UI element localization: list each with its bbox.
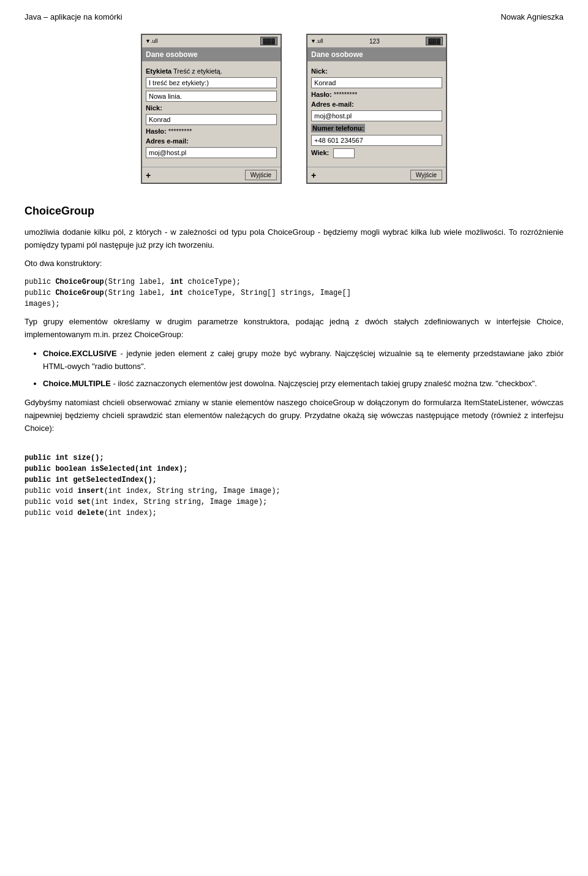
header-left: Java – aplikacje na komórki — [24, 12, 123, 21]
phone1-body: Etykieta Treść z etykietą. I treść bez e… — [142, 64, 281, 164]
phone1-input-email: moj@host.pl — [146, 147, 277, 158]
phone1-row-email-input: moj@host.pl — [146, 147, 277, 158]
para1: umożliwia dodanie kilku pól, z których -… — [24, 226, 564, 252]
phone2-row-age: Wiek: — [311, 148, 442, 158]
phone2-row-email-label: Adres e-mail: — [311, 101, 442, 108]
section-title: ChoiceGroup — [24, 202, 564, 220]
bullet-exclusive-text: - jedynie jeden element z całej grupy mo… — [43, 349, 564, 371]
phone2-row-phone-input: +48 601 234567 — [311, 135, 442, 146]
phone2-row-email-input: moj@host.pl — [311, 110, 442, 121]
phone2-status-bar: ▼.ull 123 ▓▓▓ — [307, 35, 446, 48]
code2-line3: public int getSelectedIndex(); — [24, 476, 157, 484]
bullet-exclusive: Choice.EXCLUSIVE - jedynie jeden element… — [43, 348, 564, 373]
phone1-input-notag: I treść bez etykiety:) — [146, 77, 277, 88]
phone-mockup-1: ▼.ull ▓▓▓ Dane osobowe Etykieta Treść z … — [141, 34, 282, 184]
phone1-label-email: Adres e-mail: — [146, 137, 189, 145]
code2-line6: public void delete(int index); — [24, 509, 157, 517]
bullet-multiple: Choice.MULTIPLE - ilość zaznaczonych ele… — [43, 378, 564, 390]
page-header: Java – aplikacje na komórki Nowak Agnies… — [24, 12, 564, 21]
phone2-plus: + — [311, 170, 316, 180]
phone1-input-nick: Konrad — [146, 114, 277, 125]
phone2-exit-button[interactable]: Wyjście — [410, 170, 442, 180]
code-block-2: public int size(); public boolean isSele… — [24, 441, 564, 530]
bullet-multiple-text: - ilość zaznaczonych elementów jest dowo… — [113, 379, 537, 388]
phone2-row-phone-label: Numer telefonu: — [311, 124, 442, 132]
phone1-row-haslo: Hasło: ********* — [146, 128, 277, 135]
phone1-row-newline: Nowa linia. — [146, 91, 277, 102]
header-right: Nowak Agnieszka — [500, 12, 564, 21]
phone1-row-nick-input: Konrad — [146, 114, 277, 125]
phone1-plus: + — [146, 170, 151, 180]
phone1-row-etykieta: Etykieta Treść z etykietą. — [146, 67, 277, 75]
phone1-battery: ▓▓▓ — [260, 37, 277, 45]
phone2-input-phone: +48 601 234567 — [311, 135, 442, 146]
code2-line1: public int size(); — [24, 454, 104, 462]
phone1-row-nick-label: Nick: — [146, 104, 277, 112]
code2-line5: public void set(int index, String string… — [24, 498, 267, 506]
phone2-label-nick: Nick: — [311, 67, 328, 75]
phone1-label-nick: Nick: — [146, 104, 162, 112]
phone2-body: Nick: Konrad Hasło: ********* Adres e-ma… — [307, 64, 446, 164]
para4: Gdybyśmy natomiast chcieli obserwować zm… — [24, 397, 564, 435]
phone2-signal: ▼.ull — [311, 38, 323, 44]
phone2-title: Dane osobowe — [307, 48, 446, 61]
code2-line4: public void insert(int index, String str… — [24, 487, 281, 495]
phone2-row-haslo: Hasło: ********* — [311, 91, 442, 98]
phone2-input-email: moj@host.pl — [311, 110, 442, 121]
content-section: ChoiceGroup umożliwia dodanie kilku pól,… — [24, 202, 564, 530]
para3: Typ grupy elementów określamy w drugim p… — [24, 316, 564, 341]
phone2-row-nick-label: Nick: — [311, 67, 442, 75]
phone1-label-haslo: Hasło: — [146, 128, 167, 135]
phone1-status-bar: ▼.ull ▓▓▓ — [142, 35, 281, 48]
phone-mockup-2: ▼.ull 123 ▓▓▓ Dane osobowe Nick: Konrad … — [306, 34, 447, 184]
phone1-exit-button[interactable]: Wyjście — [245, 170, 277, 180]
code-block-1: public ChoiceGroup(String label, int cho… — [24, 276, 564, 310]
phone2-text-haslo: ********* — [334, 91, 358, 98]
phone1-row-email-label: Adres e-mail: — [146, 137, 277, 145]
phone1-text-haslo: ********* — [168, 128, 192, 135]
phone2-bottom-bar: + Wyjście — [307, 167, 446, 183]
code1-line1: public ChoiceGroup(String label, int cho… — [24, 278, 351, 308]
phones-section: ▼.ull ▓▓▓ Dane osobowe Etykieta Treść z … — [24, 34, 564, 184]
phone2-label-age: Wiek: — [311, 149, 329, 156]
phone2-battery: ▓▓▓ — [426, 37, 443, 45]
phone2-label-email: Adres e-mail: — [311, 101, 354, 108]
phone2-row-nick-input: Konrad — [311, 77, 442, 88]
phone1-bottom-bar: + Wyjście — [142, 167, 281, 183]
phone2-number: 123 — [369, 38, 380, 45]
phone2-label-haslo: Hasło: — [311, 91, 332, 98]
para2: Oto dwa konstruktory: — [24, 257, 564, 270]
phone1-input-newline: Nowa linia. — [146, 91, 277, 102]
phone2-input-nick: Konrad — [311, 77, 442, 88]
code2-line2: public boolean isSelected(int index); — [24, 465, 187, 473]
bullet-exclusive-title: Choice.EXCLUSIVE — [43, 349, 117, 358]
bullet-list: Choice.EXCLUSIVE - jedynie jeden element… — [43, 348, 564, 390]
bullet-multiple-title: Choice.MULTIPLE — [43, 379, 111, 388]
phone1-text-etykieta: Treść z etykietą. — [173, 67, 222, 75]
phone1-row-notag: I treść bez etykiety:) — [146, 77, 277, 88]
phone1-signal: ▼.ull — [145, 38, 157, 44]
phone1-title: Dane osobowe — [142, 48, 281, 61]
phone2-label-phone: Numer telefonu: — [311, 124, 365, 132]
phone1-label-etykieta: Etykieta — [146, 67, 172, 75]
phone2-input-age — [333, 148, 355, 158]
